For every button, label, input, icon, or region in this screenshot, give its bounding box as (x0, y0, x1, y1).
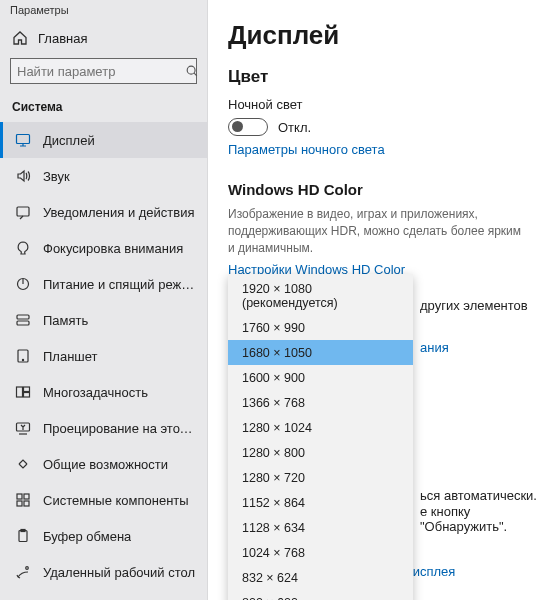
sidebar-item-label: Уведомления и действия (43, 205, 195, 220)
sidebar-item-display[interactable]: Дисплей (0, 122, 207, 158)
sidebar-item-label: Фокусировка внимания (43, 241, 183, 256)
sidebar-item-label: Системные компоненты (43, 493, 189, 508)
search-icon (185, 64, 199, 78)
resolution-option[interactable]: 1280 × 720 (228, 465, 413, 490)
svg-rect-8 (17, 387, 23, 397)
sidebar-item-power[interactable]: Питание и спящий режим (0, 266, 207, 302)
home-label: Главная (38, 31, 87, 46)
sidebar-item-shared[interactable]: Общие возможности (0, 446, 207, 482)
tablet-icon (15, 348, 31, 364)
color-heading: Цвет (228, 67, 538, 87)
sidebar-item-optional[interactable]: Дополнительные компоненты (0, 590, 207, 600)
resolution-option[interactable]: 1128 × 634 (228, 515, 413, 540)
remote-icon (15, 564, 31, 580)
toggle-state: Откл. (278, 120, 311, 135)
sidebar: Параметры Главная Система ДисплейЗвукУве… (0, 0, 208, 600)
resolution-option[interactable]: 832 × 624 (228, 565, 413, 590)
display-icon (15, 132, 31, 148)
svg-rect-12 (17, 494, 22, 499)
sidebar-item-remote[interactable]: Удаленный рабочий стол (0, 554, 207, 590)
resolution-option[interactable]: 1024 × 768 (228, 540, 413, 565)
resolution-dropdown[interactable]: 1920 × 1080 (рекомендуется)1760 × 990168… (228, 274, 413, 600)
sidebar-item-notifications[interactable]: Уведомления и действия (0, 194, 207, 230)
sidebar-item-sound[interactable]: Звук (0, 158, 207, 194)
multitask-icon (15, 384, 31, 400)
resolution-option[interactable]: 1760 × 990 (228, 315, 413, 340)
resolution-option[interactable]: 1680 × 1050 (228, 340, 413, 365)
resolution-option[interactable]: 1600 × 900 (228, 365, 413, 390)
sidebar-section-header: Система (0, 94, 207, 122)
sound-icon (15, 168, 31, 184)
components-icon (15, 492, 31, 508)
resolution-option[interactable]: 1920 × 1080 (рекомендуется) (228, 276, 413, 315)
frag-link-suffix[interactable]: ания (420, 340, 449, 355)
frag-auto-2: е кнопку "Обнаружить". (420, 504, 554, 534)
night-light-label: Ночной свет (228, 97, 538, 112)
sidebar-item-label: Общие возможности (43, 457, 168, 472)
app-title: Параметры (0, 4, 207, 24)
svg-rect-13 (24, 494, 29, 499)
hd-color-heading: Windows HD Color (228, 181, 538, 198)
sidebar-item-multitask[interactable]: Многозадачность (0, 374, 207, 410)
sidebar-item-focus[interactable]: Фокусировка внимания (0, 230, 207, 266)
main-content: Дисплей Цвет Ночной свет Откл. Параметры… (208, 0, 554, 600)
resolution-option[interactable]: 1366 × 768 (228, 390, 413, 415)
svg-point-18 (26, 567, 29, 570)
focus-icon (15, 240, 31, 256)
sidebar-item-components[interactable]: Системные компоненты (0, 482, 207, 518)
svg-rect-5 (17, 321, 29, 325)
sidebar-item-label: Буфер обмена (43, 529, 131, 544)
svg-rect-15 (24, 501, 29, 506)
svg-rect-10 (24, 393, 30, 398)
power-icon (15, 276, 31, 292)
sidebar-item-label: Планшет (43, 349, 98, 364)
sidebar-item-clipboard[interactable]: Буфер обмена (0, 518, 207, 554)
resolution-option[interactable]: 1280 × 800 (228, 440, 413, 465)
sidebar-item-tablet[interactable]: Планшет (0, 338, 207, 374)
sidebar-item-label: Многозадачность (43, 385, 148, 400)
sidebar-item-label: Проецирование на этот компьютер (43, 421, 197, 436)
resolution-option[interactable]: 1152 × 864 (228, 490, 413, 515)
frag-auto-1: ься автоматически. (420, 488, 537, 503)
clipboard-icon (15, 528, 31, 544)
svg-rect-9 (24, 387, 30, 392)
night-light-toggle[interactable] (228, 118, 268, 136)
frag-other-elements: других элементов (420, 298, 528, 313)
svg-point-0 (187, 66, 195, 74)
search-input[interactable] (10, 58, 197, 84)
sidebar-item-label: Удаленный рабочий стол (43, 565, 195, 580)
svg-rect-1 (17, 135, 30, 144)
search-field[interactable] (17, 64, 185, 79)
shared-icon (15, 456, 31, 472)
svg-rect-2 (17, 207, 29, 216)
sidebar-item-label: Дисплей (43, 133, 95, 148)
sidebar-item-label: Звук (43, 169, 70, 184)
notifications-icon (15, 204, 31, 220)
night-light-settings-link[interactable]: Параметры ночного света (228, 142, 538, 157)
sidebar-item-label: Питание и спящий режим (43, 277, 197, 292)
sidebar-item-label: Память (43, 313, 88, 328)
resolution-option[interactable]: 800 × 600 (228, 590, 413, 600)
hd-color-desc: Изображение в видео, играх и приложениях… (228, 206, 528, 256)
svg-rect-4 (17, 315, 29, 319)
svg-rect-14 (17, 501, 22, 506)
svg-rect-16 (19, 531, 27, 542)
storage-icon (15, 312, 31, 328)
home-icon (12, 30, 28, 46)
home-nav[interactable]: Главная (0, 24, 207, 52)
resolution-option[interactable]: 1280 × 1024 (228, 415, 413, 440)
sidebar-item-projecting[interactable]: Проецирование на этот компьютер (0, 410, 207, 446)
svg-point-7 (22, 359, 23, 360)
sidebar-item-storage[interactable]: Память (0, 302, 207, 338)
projecting-icon (15, 420, 31, 436)
page-title: Дисплей (228, 20, 538, 51)
